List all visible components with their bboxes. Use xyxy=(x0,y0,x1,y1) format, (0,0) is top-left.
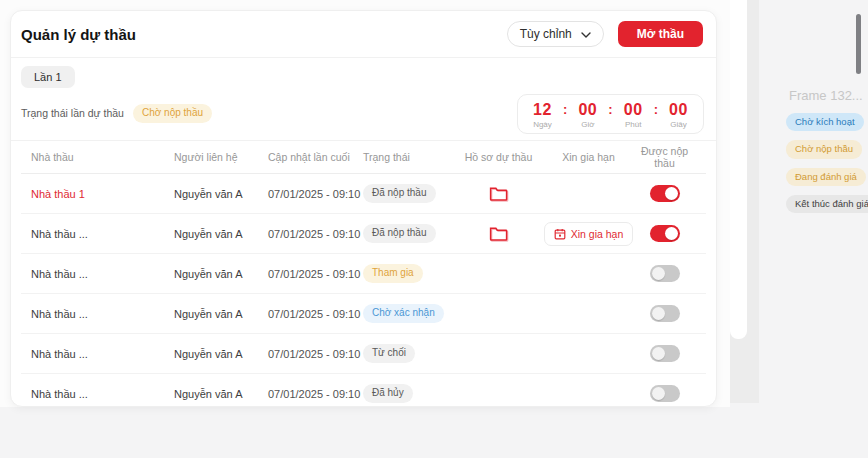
frame-label: Frame 132... xyxy=(789,88,868,103)
side-frame-edge xyxy=(730,0,747,339)
extend-label: Xin gia hạn xyxy=(571,228,624,240)
contact-name: Nguyễn văn A xyxy=(174,308,268,320)
card-header: Quản lý dự thầu Tùy chỉnh Mở thầu xyxy=(11,11,716,58)
bidder-name: Nhà thầu ... xyxy=(31,308,88,320)
countdown-minutes-unit: 00 Phút xyxy=(622,101,645,129)
status-chip: Kết thúc đánh giá xyxy=(786,195,868,213)
round-tab-lan-1[interactable]: Lần 1 xyxy=(21,66,75,88)
contact-name: Nguyễn văn A xyxy=(174,228,268,240)
submit-allowed-toggle[interactable] xyxy=(650,385,680,402)
countdown-days-unit: 12 Ngày xyxy=(531,101,554,129)
table-row: Nhà thầu 1 Nguyễn văn A 07/01/2025 - 09:… xyxy=(21,174,706,214)
bidder-name: Nhà thầu 1 xyxy=(31,188,85,200)
countdown-days-label: Ngày xyxy=(533,120,552,129)
status-badge: Đã nộp thầu xyxy=(363,224,436,243)
last-updated: 07/01/2025 - 09:10 xyxy=(268,388,363,400)
countdown-days-value: 12 xyxy=(533,101,552,119)
countdown-minutes-value: 00 xyxy=(624,101,643,119)
countdown-timer: 12 Ngày : 00 Giờ : 00 Phút : 00 Giây xyxy=(517,94,704,134)
round-section: Lần 1 Trạng thái lần dự thầu Chờ nộp thầ… xyxy=(11,58,716,141)
status-chip: Chờ nộp thầu xyxy=(786,140,862,158)
submit-allowed-toggle[interactable] xyxy=(650,345,680,362)
countdown-seconds-unit: 00 Giây xyxy=(667,101,690,129)
table-body: Nhà thầu 1 Nguyễn văn A 07/01/2025 - 09:… xyxy=(11,174,716,407)
table-header-cell: Người liên hệ xyxy=(174,151,268,163)
countdown-hours-unit: 00 Giờ xyxy=(576,101,599,129)
chevron-down-icon xyxy=(581,27,591,41)
status-badge: Tham gia xyxy=(363,264,423,283)
calendar-icon xyxy=(554,228,566,240)
countdown-separator: : xyxy=(654,102,658,117)
table-header-row: Nhà thầuNgười liên hệCập nhật lần cuốiTr… xyxy=(21,141,706,174)
countdown-separator: : xyxy=(608,102,612,117)
contact-name: Nguyễn văn A xyxy=(174,188,268,200)
last-updated: 07/01/2025 - 09:10 xyxy=(268,228,363,240)
toggle-knob xyxy=(652,307,665,320)
table-header-cell: Hồ sơ dự thầu xyxy=(451,151,546,163)
folder-icon[interactable] xyxy=(489,226,508,242)
extend-deadline-button[interactable]: Xin gia hạn xyxy=(544,222,634,246)
countdown-hours-value: 00 xyxy=(578,101,597,119)
table-header-cell: Xin gia hạn xyxy=(546,151,631,163)
toggle-knob xyxy=(652,267,665,280)
customize-dropdown[interactable]: Tùy chỉnh xyxy=(507,21,604,47)
submit-allowed-toggle[interactable] xyxy=(650,305,680,322)
toggle-knob xyxy=(665,227,678,240)
submit-allowed-toggle[interactable] xyxy=(650,265,680,282)
status-chip: Chờ kích hoạt xyxy=(786,113,864,131)
customize-label: Tùy chỉnh xyxy=(520,27,572,41)
countdown-minutes-label: Phút xyxy=(625,120,641,129)
round-status-label: Trạng thái lần dự thầu xyxy=(21,107,124,119)
header-actions: Tùy chỉnh Mở thầu xyxy=(507,21,703,47)
last-updated: 07/01/2025 - 09:10 xyxy=(268,348,363,360)
table-header-cell: Được nộp thầu xyxy=(631,145,698,169)
table-header-cell: Trạng thái xyxy=(363,151,451,163)
countdown-separator: : xyxy=(563,102,567,117)
status-badge: Đã nộp thầu xyxy=(363,184,436,203)
table-row: Nhà thầu ... Nguyễn văn A 07/01/2025 - 0… xyxy=(21,334,706,374)
bidder-name: Nhà thầu ... xyxy=(31,228,88,240)
contact-name: Nguyễn văn A xyxy=(174,268,268,280)
round-status-badge: Chờ nộp thầu xyxy=(133,104,212,123)
last-updated: 07/01/2025 - 09:10 xyxy=(268,268,363,280)
last-updated: 07/01/2025 - 09:10 xyxy=(268,188,363,200)
bid-management-card: Quản lý dự thầu Tùy chỉnh Mở thầu Lần 1 … xyxy=(10,10,717,407)
table-row: Nhà thầu ... Nguyễn văn A 07/01/2025 - 0… xyxy=(21,294,706,334)
bidder-name: Nhà thầu ... xyxy=(31,388,88,400)
toggle-knob xyxy=(665,187,678,200)
toggle-knob xyxy=(652,387,665,400)
submit-allowed-toggle[interactable] xyxy=(650,185,680,202)
table-row: Nhà thầu ... Nguyễn văn A 07/01/2025 - 0… xyxy=(21,214,706,254)
countdown-seconds-label: Giây xyxy=(670,120,686,129)
status-badge: Đã hủy xyxy=(363,384,413,403)
status-chip-list: Chờ kích hoạtChờ nộp thầuĐang đánh giáKế… xyxy=(786,113,868,213)
table-row: Nhà thầu ... Nguyễn văn A 07/01/2025 - 0… xyxy=(21,374,706,407)
contact-name: Nguyễn văn A xyxy=(174,388,268,400)
status-badge: Chờ xác nhận xyxy=(363,304,444,323)
contact-name: Nguyễn văn A xyxy=(174,348,268,360)
toggle-knob xyxy=(652,347,665,360)
table-header-cell: Cập nhật lần cuối xyxy=(268,151,363,163)
folder-icon[interactable] xyxy=(489,186,508,202)
last-updated: 07/01/2025 - 09:10 xyxy=(268,308,363,320)
bidder-name: Nhà thầu ... xyxy=(31,268,88,280)
table-row: Nhà thầu ... Nguyễn văn A 07/01/2025 - 0… xyxy=(21,254,706,294)
submit-allowed-toggle[interactable] xyxy=(650,225,680,242)
countdown-seconds-value: 00 xyxy=(669,101,688,119)
page-title: Quản lý dự thầu xyxy=(21,26,136,43)
open-bid-button[interactable]: Mở thầu xyxy=(618,21,703,47)
status-badge: Từ chối xyxy=(363,344,415,363)
status-legend-frame: Frame 132... Chờ kích hoạtChờ nộp thầuĐa… xyxy=(786,88,868,213)
countdown-hours-label: Giờ xyxy=(581,120,594,129)
status-chip: Đang đánh giá xyxy=(786,168,866,186)
canvas-scrollbar[interactable] xyxy=(856,14,861,74)
table-header-cell: Nhà thầu xyxy=(31,151,174,163)
bidder-name: Nhà thầu ... xyxy=(31,348,88,360)
